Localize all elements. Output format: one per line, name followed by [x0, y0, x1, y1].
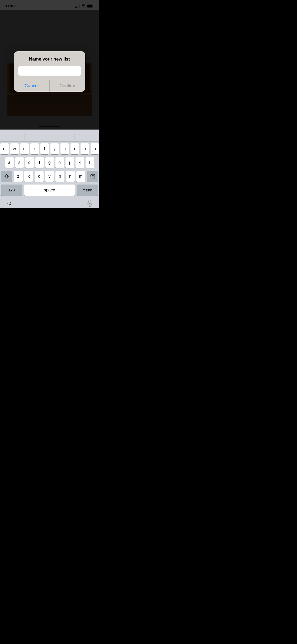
key-row-1: q w e r t y u i o p: [1, 143, 98, 154]
app-area: 11:07: [0, 0, 99, 130]
modal-title: Name your new list: [14, 51, 85, 66]
key-n[interactable]: n: [66, 171, 75, 182]
modal-dialog: Name your new list Cancel Confirm: [14, 51, 85, 92]
key-g[interactable]: g: [45, 157, 54, 168]
list-name-input[interactable]: [18, 66, 81, 76]
key-u[interactable]: u: [60, 143, 69, 154]
key-i[interactable]: i: [70, 143, 79, 154]
key-h[interactable]: h: [55, 157, 64, 168]
keyboard-suggestions: [0, 132, 99, 142]
space-key[interactable]: space: [24, 185, 75, 196]
key-x[interactable]: x: [24, 171, 33, 182]
key-l[interactable]: l: [86, 157, 94, 168]
microphone-button[interactable]: [86, 199, 94, 207]
key-y[interactable]: y: [50, 143, 59, 154]
key-o[interactable]: o: [81, 143, 89, 154]
confirm-button[interactable]: Confirm: [50, 80, 85, 92]
key-row-3: z x c v b n m: [1, 171, 98, 182]
home-indicator: [0, 207, 99, 211]
key-k[interactable]: k: [76, 157, 84, 168]
cancel-button[interactable]: Cancel: [14, 80, 50, 92]
home-indicator-app: [39, 126, 60, 127]
modal-input-area: [14, 66, 85, 80]
key-m[interactable]: m: [76, 171, 85, 182]
emoji-button[interactable]: ☺: [5, 199, 13, 207]
delete-key[interactable]: [87, 171, 98, 182]
key-a[interactable]: a: [5, 157, 14, 168]
shift-key[interactable]: [1, 171, 12, 182]
return-key[interactable]: return: [77, 185, 98, 196]
key-t[interactable]: t: [40, 143, 49, 154]
key-s[interactable]: s: [15, 157, 24, 168]
home-bar: [34, 209, 65, 210]
key-d[interactable]: d: [25, 157, 34, 168]
delete-icon: [90, 174, 95, 178]
key-q[interactable]: q: [0, 143, 9, 154]
keyboard-rows: q w e r t y u i o p a s d f g h j k l: [0, 143, 99, 182]
key-c[interactable]: c: [35, 171, 43, 182]
keyboard-area: q w e r t y u i o p a s d f g h j k l: [0, 130, 99, 208]
modal-buttons: Cancel Confirm: [14, 80, 85, 92]
numbers-key[interactable]: 123: [1, 185, 22, 196]
key-f[interactable]: f: [35, 157, 44, 168]
key-v[interactable]: v: [45, 171, 54, 182]
key-z[interactable]: z: [14, 171, 22, 182]
mic-icon: [87, 200, 93, 207]
key-b[interactable]: b: [55, 171, 64, 182]
modal-overlay: Name your new list Cancel Confirm: [0, 0, 99, 130]
key-p[interactable]: p: [91, 143, 99, 154]
svg-rect-6: [89, 200, 91, 204]
key-row-2: a s d f g h j k l: [1, 157, 98, 168]
key-e[interactable]: e: [20, 143, 29, 154]
key-w[interactable]: w: [10, 143, 19, 154]
key-bottom-row: 123 space return: [0, 185, 99, 196]
key-r[interactable]: r: [30, 143, 39, 154]
suggestion-divider-left: [25, 134, 25, 140]
suggestion-divider-right: [74, 134, 74, 140]
keyboard-extras: ☺: [0, 198, 99, 207]
shift-icon: [4, 174, 9, 179]
key-j[interactable]: j: [65, 157, 74, 168]
